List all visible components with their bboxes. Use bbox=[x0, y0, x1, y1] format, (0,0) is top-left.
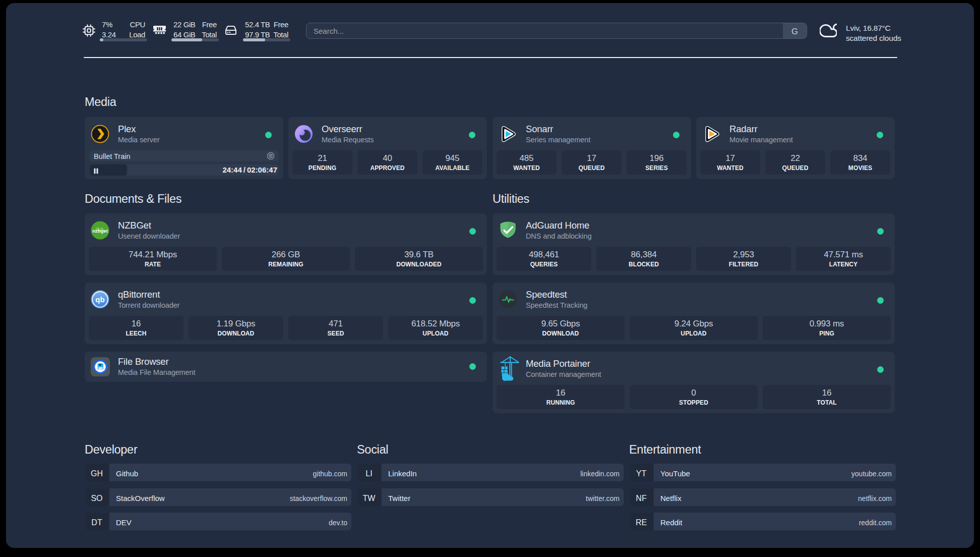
svg-text:qb: qb bbox=[95, 295, 104, 304]
svg-text:nzbget: nzbget bbox=[92, 228, 108, 234]
